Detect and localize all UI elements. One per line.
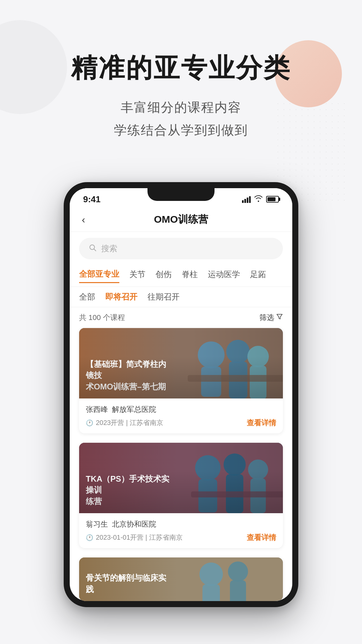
svg-point-21 [199, 562, 223, 586]
course-badge-1: 【基础班】简式脊柱内镜技术OMO训练营–第七期 [79, 328, 177, 398]
hero-title: 精准的亚专业分类 [20, 54, 342, 83]
hero-subtitle: 丰富细分的课程内容 学练结合从学到到做到 [20, 96, 342, 142]
course-meta-1: 🕐 2023开营 | 江苏省南京 查看详情 [86, 418, 276, 428]
svg-line-1 [94, 249, 96, 251]
tab-foot[interactable]: 足跖 [250, 269, 266, 282]
phone-notch [147, 188, 215, 201]
tab-sports-medicine[interactable]: 运动医学 [208, 269, 240, 282]
filter-upcoming[interactable]: 即将召开 [105, 291, 137, 302]
course-image-1: 【基础班】简式脊柱内镜技术OMO训练营–第七期 [79, 328, 283, 398]
filter-tabs: 全部 即将召开 往期召开 [70, 287, 292, 307]
course-author-2: 翁习生 北京协和医院 [86, 519, 276, 529]
course-count: 共 100 个课程 [79, 313, 125, 323]
course-title-overlay-2: TKA（PS）手术技术实操训练营 [86, 473, 170, 507]
course-title-overlay-1: 【基础班】简式脊柱内镜技术OMO训练营–第七期 [86, 359, 170, 392]
back-button[interactable]: ‹ [82, 214, 85, 225]
nav-bar: ‹ OMO训练营 [70, 208, 292, 232]
clock-icon-2: 🕐 [86, 534, 93, 541]
funnel-icon [276, 313, 283, 322]
svg-rect-17 [250, 478, 266, 513]
svg-rect-24 [230, 580, 246, 601]
phone-screen: 9:41 [70, 188, 292, 601]
filter-all[interactable]: 全部 [79, 291, 95, 302]
svg-rect-10 [191, 328, 283, 398]
svg-rect-8 [250, 366, 266, 398]
svg-rect-6 [229, 362, 247, 398]
wifi-icon [254, 195, 263, 204]
svg-point-23 [228, 561, 248, 582]
search-bar[interactable]: 搜索 [79, 238, 283, 259]
svg-rect-22 [202, 584, 220, 601]
phone-frame: 9:41 [64, 182, 298, 607]
course-card-2: TKA（PS）手术技术实操训练营 翁习生 北京协和医院 🕐 2023-01-01… [79, 443, 283, 548]
course-card-3: 骨关节的解剖与临床实践 [79, 557, 283, 601]
course-info-2: 翁习生 北京协和医院 🕐 2023-01-01开营 | 江苏省南京 查看详情 [79, 513, 283, 548]
svg-rect-13 [198, 479, 217, 513]
svg-rect-4 [201, 367, 221, 397]
search-icon [88, 244, 97, 254]
nav-title: OMO训练营 [154, 213, 208, 226]
course-image-3: 骨关节的解剖与临床实践 [79, 557, 283, 601]
clock-icon-1: 🕐 [86, 419, 93, 427]
course-badge-2: TKA（PS）手术技术实操训练营 [79, 443, 177, 513]
course-date-1: 🕐 2023开营 | 江苏省南京 [86, 418, 163, 427]
hero-section: 精准的亚专业分类 丰富细分的课程内容 学练结合从学到到做到 [0, 0, 362, 162]
hero-subtitle-line2: 学练结合从学到到做到 [20, 119, 342, 142]
filter-past[interactable]: 往期召开 [147, 291, 180, 302]
course-date-2: 🕐 2023-01-01开营 | 江苏省南京 [86, 533, 183, 542]
detail-link-2[interactable]: 查看详情 [247, 533, 276, 543]
tab-spine[interactable]: 脊柱 [182, 269, 198, 282]
course-info-1: 张西峰 解放军总医院 🕐 2023开营 | 江苏省南京 查看详情 [79, 398, 283, 433]
phone-wrapper: 9:41 [0, 182, 362, 607]
course-badge-3: 骨关节的解剖与临床实践 [79, 557, 177, 601]
status-time: 9:41 [83, 194, 101, 205]
svg-rect-19 [191, 443, 283, 513]
battery-icon [266, 196, 279, 203]
svg-rect-15 [226, 474, 243, 513]
count-filter-row: 共 100 个课程 筛选 [70, 307, 292, 328]
svg-rect-9 [188, 375, 283, 382]
course-list: 【基础班】简式脊柱内镜技术OMO训练营–第七期 张西峰 解放军总医院 🕐 202… [70, 328, 292, 601]
course-card-1: 【基础班】简式脊柱内镜技术OMO训练营–第七期 张西峰 解放军总医院 🕐 202… [79, 328, 283, 433]
detail-link-1[interactable]: 查看详情 [247, 418, 276, 428]
hero-subtitle-line1: 丰富细分的课程内容 [20, 96, 342, 119]
course-image-2: TKA（PS）手术技术实操训练营 [79, 443, 283, 513]
course-title-overlay-3: 骨关节的解剖与临床实践 [86, 572, 170, 595]
tab-all-subspecialty[interactable]: 全部亚专业 [79, 269, 119, 283]
status-icons [242, 195, 279, 204]
filter-label: 筛选 [259, 313, 274, 323]
tab-trauma[interactable]: 创伤 [156, 269, 172, 282]
course-author-1: 张西峰 解放军总医院 [86, 405, 276, 415]
course-meta-2: 🕐 2023-01-01开营 | 江苏省南京 查看详情 [86, 533, 276, 543]
svg-rect-18 [191, 491, 283, 497]
filter-button[interactable]: 筛选 [259, 313, 283, 323]
tab-joint[interactable]: 关节 [129, 269, 145, 282]
signal-icon [242, 196, 251, 203]
category-tabs: 全部亚专业 关节 创伤 脊柱 运动医学 足跖 [70, 265, 292, 287]
search-placeholder-text: 搜索 [101, 243, 117, 254]
